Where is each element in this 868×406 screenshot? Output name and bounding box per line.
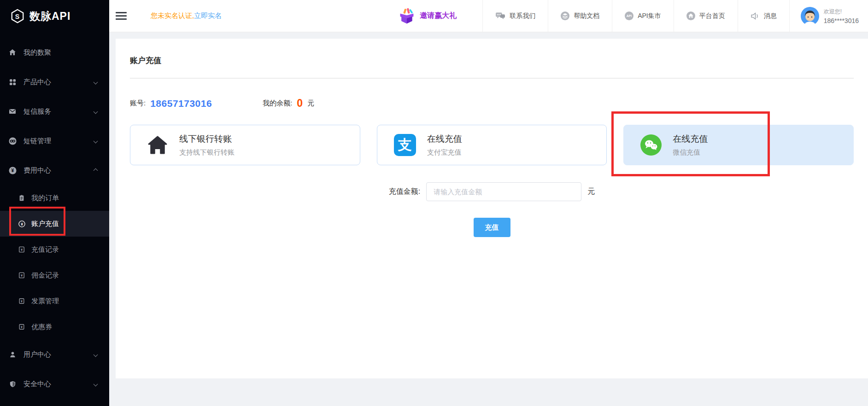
recharge-amount-row: 充值金额: 元 (130, 182, 854, 201)
sidebar-item-label: 账户充值 (31, 220, 59, 228)
logo-hexagon-icon: S (10, 9, 25, 23)
payment-card-title: 线下银行转账 (179, 133, 235, 145)
cert-link[interactable]: 立即实名 (194, 12, 222, 19)
recharge-button-row: 充值 (130, 218, 854, 237)
user-icon (8, 351, 17, 358)
svg-text:¥: ¥ (21, 273, 23, 278)
payment-card-bank-transfer[interactable]: 线下银行转账 支持线下银行转账 (130, 125, 360, 165)
topbar-item-platform-home[interactable]: 平台首页 (674, 0, 738, 32)
payment-method-cards: 线下银行转账 支持线下银行转账 支 在线充值 支付宝充值 在线充值 微信充值 (130, 125, 854, 165)
amount-label: 充值金额: (389, 187, 420, 197)
shield-icon (8, 381, 17, 388)
sidebar-item-account-recharge[interactable]: ¥ 账户充值 (0, 211, 109, 237)
invite-prize-label: 邀请赢大礼 (420, 11, 457, 21)
wechat-icon (640, 134, 662, 156)
api-market-icon: API (625, 12, 633, 20)
sidebar-item-label: 短信服务 (23, 107, 51, 116)
account-recharge-panel: 账户充值 账号: 18657173016 我的余额: 0 元 线下银行转账 支持… (116, 39, 868, 378)
sidebar-item-label: 费用中心 (23, 166, 51, 175)
sidebar-item-label: 发票管理 (31, 297, 59, 306)
recharge-button[interactable]: 充值 (474, 218, 510, 237)
sidebar-item-label: 短链管理 (23, 137, 51, 145)
chevron-down-icon (94, 352, 98, 357)
sidebar-item-product-center[interactable]: 产品中心 (0, 67, 109, 97)
topbar-item-label: 消息 (764, 12, 777, 20)
sidebar-item-label: 优惠券 (31, 323, 52, 331)
mail-icon (8, 108, 17, 115)
sidebar-item-sms-service[interactable]: 短信服务 (0, 97, 109, 126)
invoice-icon: ¥ (18, 298, 26, 304)
sidebar-item-label: 我的订单 (31, 194, 59, 203)
amount-input[interactable] (426, 182, 581, 201)
topbar-item-label: 联系我们 (510, 12, 535, 20)
payment-card-subtitle: 支持线下银行转账 (179, 148, 235, 157)
bank-transfer-icon (147, 135, 168, 155)
sidebar-item-commission-records[interactable]: ¥ 佣金记录 (0, 262, 109, 288)
chevron-down-icon (94, 109, 98, 114)
home-icon (8, 49, 17, 56)
payment-card-subtitle: 支付宝充值 (427, 148, 462, 157)
hamburger-menu-icon[interactable] (116, 12, 127, 20)
recharge-record-icon: ¥ (18, 246, 26, 253)
sidebar-item-my-orders[interactable]: 我的订单 (0, 185, 109, 211)
app-logo[interactable]: S 数脉API (0, 0, 109, 32)
sidebar-item-label: 用户中心 (23, 350, 51, 359)
payment-card-subtitle: 微信充值 (673, 148, 708, 157)
commission-record-icon: ¥ (18, 272, 26, 278)
chat-icon (495, 12, 505, 20)
svg-text:¥: ¥ (21, 325, 23, 329)
realname-cert-notice: 您未实名认证,立即实名 (151, 12, 222, 20)
fee-center-icon: ¥ (8, 167, 17, 174)
topbar-item-help-docs[interactable]: 帮助文档 (548, 0, 612, 32)
sidebar-item-shortlink-mgmt[interactable]: 短链管理 (0, 126, 109, 156)
sidebar-menu: 我的数聚 产品中心 短信服务 短链管理 ¥ (0, 32, 109, 399)
cert-warning-text: 您未实名认证, (151, 12, 194, 19)
svg-text:¥: ¥ (21, 221, 23, 226)
topbar-item-contact-us[interactable]: 联系我们 (482, 0, 548, 32)
sidebar-item-label: 安全中心 (23, 380, 51, 389)
user-phone: 186****3016 (824, 17, 859, 24)
sidebar-item-invoice-mgmt[interactable]: ¥ 发票管理 (0, 288, 109, 314)
order-icon (18, 195, 26, 201)
svg-text:API: API (627, 14, 632, 17)
welcome-text: 欢迎您! (824, 8, 859, 16)
svg-text:¥: ¥ (21, 300, 23, 303)
balance-label: 我的余额: (263, 99, 292, 108)
payment-card-alipay[interactable]: 支 在线充值 支付宝充值 (377, 125, 607, 165)
topbar-item-label: API集市 (638, 12, 661, 20)
account-label: 账号: (130, 99, 146, 108)
gift-box-icon (398, 8, 416, 24)
sidebar-item-recharge-records[interactable]: ¥ 充值记录 (0, 237, 109, 262)
account-number: 18657173016 (150, 98, 212, 109)
sidebar-item-label: 产品中心 (23, 78, 51, 87)
chevron-up-icon (94, 168, 98, 173)
sidebar-item-security-center[interactable]: 安全中心 (0, 369, 109, 399)
sidebar-item-user-center[interactable]: 用户中心 (0, 340, 109, 369)
chevron-down-icon (94, 382, 98, 386)
topbar-item-api-market[interactable]: API API集市 (612, 0, 674, 32)
user-account-menu[interactable]: 欢迎您! 186****3016 (789, 0, 868, 32)
sidebar-item-my-data[interactable]: 我的数聚 (0, 38, 109, 67)
svg-text:¥: ¥ (21, 248, 23, 252)
chevron-down-icon (94, 80, 98, 84)
account-info-row: 账号: 18657173016 我的余额: 0 元 (130, 97, 854, 110)
svg-text:S: S (15, 13, 20, 20)
balance-value: 0 (297, 97, 303, 110)
payment-card-title: 在线充值 (427, 133, 462, 145)
platform-home-icon (686, 12, 695, 20)
sidebar-item-coupons[interactable]: ¥ 优惠券 (0, 314, 109, 340)
payment-card-wechat[interactable]: 在线充值 微信充值 (623, 125, 854, 165)
invite-prize-link[interactable]: 邀请赢大礼 (398, 8, 457, 24)
balance-unit: 元 (307, 99, 314, 108)
topbar-item-messages[interactable]: 消息 (738, 0, 789, 32)
page-title: 账户充值 (130, 39, 854, 66)
alipay-icon: 支 (394, 134, 416, 156)
title-divider (130, 78, 854, 79)
account-recharge-icon: ¥ (18, 220, 26, 227)
chevron-down-icon (94, 139, 98, 143)
svg-text:¥: ¥ (11, 168, 14, 173)
sidebar-item-label: 充值记录 (31, 245, 59, 254)
sidebar-item-label: 佣金记录 (31, 271, 59, 280)
sidebar-item-fee-center[interactable]: ¥ 费用中心 (0, 156, 109, 185)
help-docs-icon (561, 12, 569, 20)
